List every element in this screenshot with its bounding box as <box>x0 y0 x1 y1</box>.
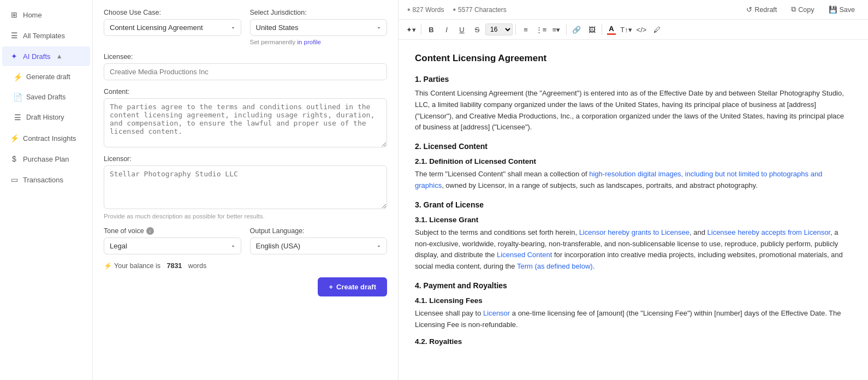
sidebar-item-transactions[interactable]: ▭ Transactions <box>2 170 90 189</box>
char-count-value: 5577 Characters <box>458 6 507 14</box>
highlight-6: Licensor <box>483 309 510 317</box>
highlight-2: Licensor hereby grants to Licensee <box>579 228 689 236</box>
sidebar-item-saved-drafts[interactable]: 📄 Saved Drafts <box>2 87 90 107</box>
info-icon[interactable]: i <box>146 227 154 235</box>
insights-icon: ⚡ <box>10 134 19 143</box>
sidebar-item-label: Saved Drafts <box>26 93 66 101</box>
word-count: • 827 Words <box>407 5 444 14</box>
sidebar-item-ai-drafts[interactable]: ✦ AI Drafts ▲ <box>2 46 90 66</box>
divider3 <box>566 24 567 35</box>
licensor-label: Licensor: <box>104 155 387 163</box>
tone-label-row: Tone of voice i <box>104 227 241 235</box>
balance-amount: 7831 <box>167 262 182 270</box>
redraft-icon: ↺ <box>746 5 752 14</box>
toolbar-code-btn[interactable]: </> <box>634 22 649 37</box>
output-lang-select[interactable]: English (USA) <box>250 238 388 254</box>
tone-select[interactable]: Legal <box>104 238 241 254</box>
sidebar-item-label: Transactions <box>23 176 63 184</box>
editor-stats: • 827 Words • 5577 Characters <box>407 5 507 14</box>
section-1: 1. Parties This Content Licensing Agreem… <box>415 75 852 133</box>
font-color-letter: A <box>609 25 614 33</box>
licensee-input[interactable] <box>104 63 387 80</box>
licensor-group: Licensor: Provide as much description as… <box>104 155 387 219</box>
toolbar-font-color-btn[interactable]: A <box>605 23 618 36</box>
sidebar-item-label: Home <box>23 11 42 19</box>
redraft-button[interactable]: ↺ Redraft <box>742 3 781 16</box>
form-panel: Choose Use Case: Content Licensing Agree… <box>93 0 399 380</box>
history-icon: ☰ <box>13 113 22 122</box>
toolbar-link-btn[interactable]: 🔗 <box>569 22 584 37</box>
toolbar-numbered-list-btn[interactable]: ⋮≡ <box>534 22 548 37</box>
highlight-4: Licensed Content <box>497 251 552 259</box>
sidebar-item-contract-insights[interactable]: ⚡ Contract Insights <box>2 128 90 148</box>
lightning-balance-icon: ⚡ <box>104 262 112 270</box>
balance-unit: words <box>188 262 206 270</box>
sidebar-item-all-templates[interactable]: ☰ All Templates <box>2 26 90 45</box>
toolbar-bold-btn[interactable]: B <box>424 22 438 37</box>
toolbar-bullet-list-btn[interactable]: ≡ <box>519 22 533 37</box>
save-button[interactable]: 💾 Save <box>824 3 860 16</box>
highlight-3: Licensee hereby accepts from Licensor <box>708 228 830 236</box>
toolbar-text-format-btn[interactable]: T↑▾ <box>619 22 633 37</box>
sidebar-item-draft-history[interactable]: ☰ Draft History <box>2 108 90 127</box>
create-draft-button[interactable]: + Create draft <box>318 277 387 296</box>
section-3-1-body: Subject to the terms and conditions set … <box>415 227 852 272</box>
copy-label: Copy <box>798 6 814 14</box>
sidebar-item-home[interactable]: ⊞ Home <box>2 5 90 25</box>
sidebar-item-label: All Templates <box>23 32 65 40</box>
toolbar-italic-btn[interactable]: I <box>439 22 454 37</box>
jurisdiction-select[interactable]: United States <box>250 19 388 36</box>
toolbar-fontsize-select[interactable]: 16 <box>485 23 513 35</box>
toolbar-highlight-btn[interactable]: 🖊 <box>650 22 664 37</box>
section-3-1-heading: 3.1. License Grant <box>415 216 852 224</box>
main-content: Choose Use Case: Content Licensing Agree… <box>93 0 868 380</box>
toolbar-align-btn[interactable]: ≡▾ <box>549 22 563 37</box>
editor-body[interactable]: Content Licensing Agreement 1. Parties T… <box>399 40 868 380</box>
dot-icon: • <box>407 5 411 14</box>
editor-topbar: • 827 Words • 5577 Characters ↺ Redraft … <box>399 0 868 20</box>
document-title: Content Licensing Agreement <box>415 53 852 64</box>
tone-language-row: Tone of voice i Legal Output Language: E… <box>104 227 387 254</box>
section-4-heading: 4. Payment and Royalties <box>415 281 852 290</box>
save-label: Save <box>840 6 855 14</box>
section-3: 3. Grant of License 3.1. License Grant S… <box>415 200 852 272</box>
content-label: Content: <box>104 88 387 96</box>
sidebar-item-label: AI Drafts <box>23 52 51 61</box>
section-3-heading: 3. Grant of License <box>415 200 852 209</box>
file-icon: 📄 <box>13 93 22 102</box>
toolbar-underline-btn[interactable]: U <box>455 22 469 37</box>
divider4 <box>602 24 602 35</box>
section-2-heading: 2. Licensed Content <box>415 142 852 151</box>
toolbar-image-btn[interactable]: 🖼 <box>585 22 599 37</box>
toolbar-magic-btn[interactable]: ✦▾ <box>404 22 418 37</box>
editor-actions: ↺ Redraft ⧉ Copy 💾 Save <box>742 3 859 16</box>
content-group: Content: <box>104 88 387 147</box>
sidebar-item-purchase-plan[interactable]: $ Purchase Plan <box>2 149 90 169</box>
sidebar-item-label: Draft History <box>26 114 64 121</box>
use-case-label: Choose Use Case: <box>104 9 241 16</box>
color-bar <box>607 33 616 35</box>
redraft-label: Redraft <box>754 6 777 14</box>
jurisdiction-note: Set permanently in profile <box>250 39 388 45</box>
use-case-select[interactable]: Content Licensing Agreement <box>104 19 241 36</box>
save-icon: 💾 <box>829 5 837 14</box>
tone-group: Tone of voice i Legal <box>104 227 241 254</box>
section-2-1-heading: 2.1. Definition of Licensed Content <box>415 157 852 165</box>
content-textarea[interactable] <box>104 98 387 147</box>
sidebar-item-generate-draft[interactable]: ⚡ Generate draft <box>2 67 90 87</box>
sidebar: ⊞ Home ☰ All Templates ✦ AI Drafts ▲ ⚡ G… <box>0 0 93 380</box>
licensee-label: Licensee: <box>104 53 387 61</box>
sidebar-item-label: Contract Insights <box>23 134 76 143</box>
copy-button[interactable]: ⧉ Copy <box>787 3 818 16</box>
list-icon: ☰ <box>10 31 19 40</box>
copy-icon: ⧉ <box>791 5 796 14</box>
licensor-textarea[interactable] <box>104 165 387 209</box>
section-2: 2. Licensed Content 2.1. Definition of L… <box>415 142 852 192</box>
toolbar-strikethrough-btn[interactable]: S <box>470 22 484 37</box>
collapse-button[interactable]: ▲ <box>55 52 64 61</box>
editor-panel: • 827 Words • 5577 Characters ↺ Redraft … <box>399 0 868 380</box>
divider2 <box>515 24 516 35</box>
use-case-jurisdiction-row: Choose Use Case: Content Licensing Agree… <box>104 9 387 45</box>
profile-link[interactable]: in profile <box>297 39 320 45</box>
dot-icon2: • <box>453 5 456 14</box>
